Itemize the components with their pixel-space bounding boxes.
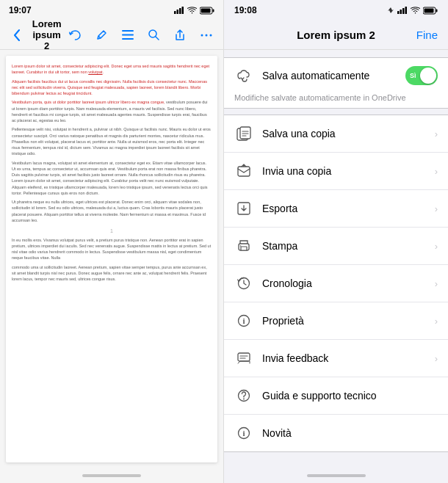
left-toolbar: Lorem ipsum 2 [0,21,223,50]
left-panel: 19:07 [0,0,224,483]
doc-para-1: Lorem ipsum dolor sit amet, consectetur … [12,63,212,76]
svg-point-12 [201,34,203,36]
history-icon [234,274,253,293]
svg-rect-9 [122,38,134,40]
search-button[interactable] [142,23,167,48]
send-copy-label: Invia una copia [262,165,426,177]
right-panel: 19:08 Lorem [224,0,448,483]
properties-chevron: › [435,316,438,327]
doc-para-6: Ut pharetra neque eu nulla ultrices, ege… [12,199,212,223]
more-icon [200,34,212,37]
doc-para-2: Aliquam facilisis faucibus dui ut lacus … [12,79,212,97]
doc-title: Lorem ipsum 2 [32,18,62,51]
right-doc-title: Lorem ipsum 2 [297,29,375,41]
right-home-indicator [224,468,448,483]
right-status-bar: 19:08 [224,0,448,21]
cloud-sync-icon [236,68,253,84]
share-button[interactable] [167,23,192,48]
svg-point-13 [206,34,208,36]
svg-rect-23 [240,127,250,139]
doc-para-5: Vestibulum lacus magna, volutpat sit ame… [12,160,212,197]
toggle-label: Sì [410,72,416,79]
news-icon: i [234,424,253,443]
view-button[interactable] [115,23,140,48]
svg-rect-5 [213,9,214,12]
svg-rect-15 [397,11,400,14]
svg-rect-2 [179,8,181,14]
signal-icon [174,7,184,14]
save-copy-label: Salva una copia [262,128,426,139]
send-copy-item[interactable]: Invia una copia › [224,153,448,190]
svg-rect-18 [405,7,408,14]
menu-section: Salva una copia › Invia una copia › [224,115,448,452]
help-icon [234,386,253,405]
print-item[interactable]: Stampa › [224,228,448,265]
svg-rect-16 [400,10,402,14]
svg-rect-1 [177,10,179,14]
feedback-chevron: › [435,353,438,364]
print-label: Stampa [262,240,426,252]
pen-button[interactable] [89,23,114,48]
auto-save-icon [234,65,255,86]
svg-rect-30 [241,247,247,250]
back-button[interactable] [4,23,29,48]
svg-line-11 [156,37,159,40]
svg-rect-35 [238,353,250,361]
svg-rect-0 [174,11,176,14]
send-copy-icon [234,161,253,181]
history-chevron: › [435,278,438,289]
properties-icon: i [234,311,253,330]
history-item[interactable]: Cronologia › [224,265,448,302]
svg-point-39 [243,399,245,400]
home-bar-left [82,474,141,477]
svg-rect-27 [238,167,250,176]
undo-icon [69,30,82,40]
export-item[interactable]: Esporta › [224,190,448,228]
right-battery-icon [423,7,438,15]
svg-rect-21 [424,8,434,12]
send-copy-chevron: › [435,166,438,177]
print-icon [234,236,253,255]
view-icon [122,30,134,40]
help-item[interactable]: Guida e supporto tecnico [224,377,448,415]
auto-save-row: Salva automaticamente Sì [224,58,448,93]
auto-save-subtitle: Modifiche salvate automaticamente in One… [224,93,448,108]
doc-para-8: commodo uma ut sollicitudin laoreet. Aen… [12,264,212,283]
more-button[interactable] [194,23,219,48]
svg-rect-6 [201,8,211,12]
print-chevron: › [435,241,438,252]
svg-rect-17 [402,8,405,14]
page-number: 1 [12,226,212,237]
save-copy-item[interactable]: Salva una copia › [224,115,448,153]
feedback-label: Invia feedback [262,352,426,364]
undo-button[interactable] [62,23,87,48]
pen-icon [96,29,107,40]
news-label: Novità [262,427,438,439]
right-time: 19:08 [234,5,257,15]
auto-save-toggle[interactable]: Sì [405,66,438,85]
properties-label: Proprietà [262,315,426,327]
left-status-bar: 19:07 [0,0,223,21]
feedback-item[interactable]: Invia feedback › [224,340,448,377]
history-label: Cronologia [262,277,426,289]
wifi-icon [187,7,197,14]
auto-save-section: Salva automaticamente Sì Modifiche salva… [224,57,448,109]
svg-text:i: i [242,316,245,325]
right-signal-icon [397,7,408,14]
done-button[interactable]: Fine [416,29,438,41]
doc-para-7: In eu mollis eros. Vivamus volutpat puru… [12,237,212,261]
properties-item[interactable]: i Proprietà › [224,302,448,340]
news-item[interactable]: i Novità [224,415,448,451]
svg-point-14 [210,34,212,36]
auto-save-label: Salva automaticamente [262,70,398,81]
svg-point-31 [240,245,242,247]
right-status-icons [387,7,438,15]
feedback-icon [234,349,253,368]
svg-rect-7 [122,30,134,32]
left-status-icons [174,7,214,15]
doc-para-4: Pellentesque velit nisi, volutpat in hen… [12,126,212,156]
document-content: Lorem ipsum dolor sit amet, consectetur … [6,56,217,462]
save-copy-icon [234,124,253,143]
export-icon [234,199,253,218]
save-copy-chevron: › [435,128,438,139]
